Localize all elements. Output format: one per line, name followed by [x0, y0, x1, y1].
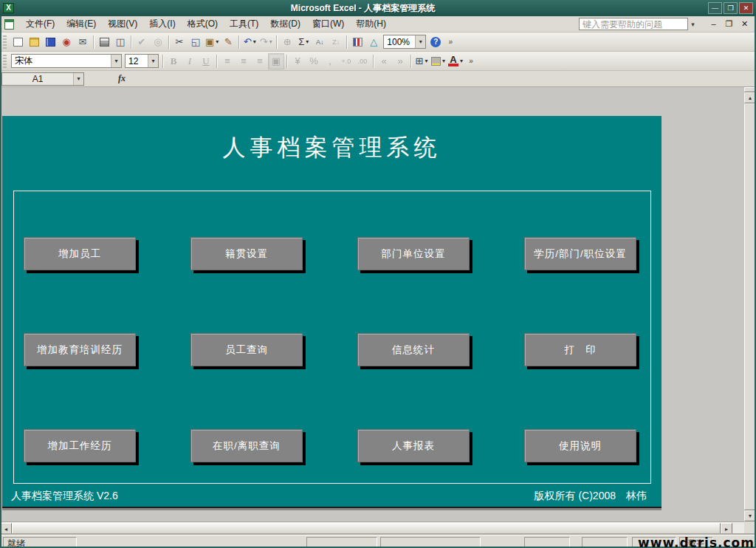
italic-icon[interactable]: I [182, 53, 198, 69]
format-painter-icon[interactable]: ✎ [220, 34, 236, 50]
zoom-combo-dropdown-icon[interactable]: ▾ [415, 35, 425, 48]
toolbar-options-formatting-icon[interactable]: » [467, 57, 475, 65]
redo-dropdown-icon[interactable]: ▾ [269, 38, 272, 45]
print-preview-glyph: ◫ [116, 36, 125, 47]
autosum-icon[interactable]: Σ▾ [295, 34, 312, 50]
percent-style-icon[interactable]: % [306, 53, 322, 69]
paste-dropdown-icon[interactable]: ▾ [216, 38, 219, 45]
menu-item-window[interactable]: 窗口(W) [306, 16, 350, 32]
redo-icon[interactable]: ↷▾ [258, 34, 274, 50]
menu-item-tools[interactable]: 工具(T) [224, 16, 264, 32]
font-color-dropdown-icon[interactable]: ▾ [460, 58, 463, 64]
font-size-combo[interactable]: 12▾ [125, 54, 159, 68]
insert-function-icon[interactable]: fx [118, 73, 126, 84]
drawing-icon[interactable]: △ [365, 34, 382, 50]
usage-instructions-button[interactable]: 使用说明 [524, 429, 636, 462]
name-box-dropdown-icon[interactable]: ▾ [73, 73, 83, 85]
borders-dropdown-icon[interactable]: ▾ [425, 58, 427, 64]
native-place-settings-button[interactable]: 籍贯设置 [190, 237, 303, 270]
education-department-position-settings-button[interactable]: 学历/部门/职位设置 [524, 237, 636, 270]
paste-icon[interactable]: ▣▾ [204, 34, 220, 50]
fill-color-icon[interactable]: ▾ [430, 53, 447, 69]
align-center-icon[interactable]: ≡ [236, 53, 252, 69]
menu-item-insert[interactable]: 插入(I) [143, 16, 181, 32]
fill-color-dropdown-icon[interactable]: ▾ [442, 58, 445, 64]
active-resigned-query-button[interactable]: 在职/离职查询 [190, 429, 303, 462]
font-size-combo-dropdown-icon[interactable]: ▾ [148, 55, 158, 67]
add-education-training-button[interactable]: 增加教育培训经历 [24, 333, 136, 366]
doc-minimize-button[interactable]: – [708, 19, 719, 29]
align-right-icon[interactable]: ≡ [252, 53, 268, 69]
autosum-glyph: Σ [298, 36, 304, 47]
formula-input[interactable] [133, 72, 754, 86]
horizontal-scrollbar[interactable]: ◂ ▸ [0, 521, 744, 535]
new-document-icon[interactable] [10, 34, 26, 50]
help-icon[interactable]: ? [427, 34, 444, 50]
personnel-report-button[interactable]: 人事报表 [357, 429, 470, 462]
add-work-experience-button[interactable]: 增加工作经历 [24, 429, 136, 462]
autosum-dropdown-icon[interactable]: ▾ [306, 38, 309, 45]
help-question-input[interactable] [579, 18, 688, 30]
currency-style-icon[interactable]: ¥ [289, 53, 306, 69]
menu-item-file[interactable]: 文件(F) [20, 16, 61, 32]
menu-item-view[interactable]: 视图(V) [102, 16, 143, 32]
doc-close-button[interactable]: ✕ [739, 19, 750, 29]
font-color-icon[interactable]: A▾ [447, 53, 464, 69]
spelling-icon[interactable]: ✔ [134, 34, 150, 50]
chart-wizard-icon[interactable] [349, 34, 365, 50]
undo-dropdown-icon[interactable]: ▾ [253, 38, 256, 45]
menu-item-edit[interactable]: 编辑(E) [61, 16, 102, 32]
department-unit-settings-button[interactable]: 部门单位设置 [357, 237, 470, 270]
decrease-decimal-icon[interactable]: .00 [354, 53, 371, 69]
hyperlink-icon[interactable]: ⊕ [279, 34, 295, 50]
copy-icon[interactable]: ◱ [188, 34, 204, 50]
minimize-button[interactable]: — [708, 2, 722, 14]
increase-decimal-icon[interactable]: +.0 [338, 53, 354, 69]
email-icon[interactable]: ✉ [75, 34, 91, 50]
scroll-left-icon[interactable]: ◂ [0, 523, 12, 535]
fill-color-glyph [431, 57, 441, 66]
underline-icon[interactable]: U [198, 53, 214, 69]
info-statistics-button[interactable]: 信息统计 [357, 333, 470, 366]
toolbar-separator [276, 35, 277, 49]
help-dropdown-icon[interactable]: ▾ [688, 21, 698, 28]
decrease-indent-icon[interactable]: « [376, 53, 392, 69]
permission-icon[interactable]: ◉ [58, 34, 75, 50]
close-button[interactable]: ✕ [739, 2, 753, 14]
horizontal-scroll-thumb[interactable] [12, 523, 721, 534]
cut-icon[interactable]: ✂ [171, 34, 188, 50]
borders-icon[interactable]: ⊞▾ [413, 53, 430, 69]
scrollbar-tail [732, 522, 744, 535]
increase-decimal-glyph: +.0 [342, 58, 351, 65]
merge-center-icon[interactable]: ▣ [268, 53, 284, 69]
scroll-right-icon[interactable]: ▸ [721, 523, 732, 535]
align-left-icon[interactable]: ≡ [219, 53, 236, 69]
maximize-button[interactable]: ❒ [724, 2, 738, 14]
font-combo-dropdown-icon[interactable]: ▾ [111, 55, 121, 67]
save-icon[interactable] [42, 34, 58, 50]
toolbar-options-standard-icon[interactable]: » [446, 38, 455, 46]
increase-indent-icon[interactable]: » [392, 53, 408, 69]
sort-descending-icon[interactable]: Z↓ [328, 34, 344, 50]
print-icon[interactable] [96, 34, 112, 50]
menu-item-format[interactable]: 格式(O) [182, 16, 224, 32]
research-icon[interactable]: ◎ [150, 34, 166, 50]
sort-ascending-icon[interactable]: A↓ [312, 34, 328, 50]
print-preview-icon[interactable]: ◫ [112, 34, 128, 50]
bold-icon[interactable]: B [165, 53, 182, 69]
undo-icon[interactable]: ↶▾ [241, 34, 258, 50]
menu-items: 文件(F)编辑(E)视图(V)插入(I)格式(O)工具(T)数据(D)窗口(W)… [20, 16, 392, 32]
employee-query-button[interactable]: 员工查询 [190, 333, 303, 366]
open-folder-icon[interactable] [26, 34, 42, 50]
font-combo[interactable]: 宋体▾ [11, 54, 122, 68]
print-button[interactable]: 打 印 [524, 333, 636, 366]
menu-item-help[interactable]: 帮助(H) [350, 16, 392, 32]
doc-restore-button[interactable]: ❐ [724, 19, 735, 29]
align-right-glyph: ≡ [257, 55, 263, 66]
add-employee-button[interactable]: 增加员工 [24, 237, 136, 270]
comma-style-icon[interactable]: , [322, 53, 338, 69]
status-cell-0 [306, 537, 377, 547]
zoom-combo[interactable]: 100%▾ [383, 35, 426, 49]
name-box[interactable]: A1 ▾ [1, 72, 84, 86]
menu-item-data[interactable]: 数据(D) [264, 16, 306, 32]
